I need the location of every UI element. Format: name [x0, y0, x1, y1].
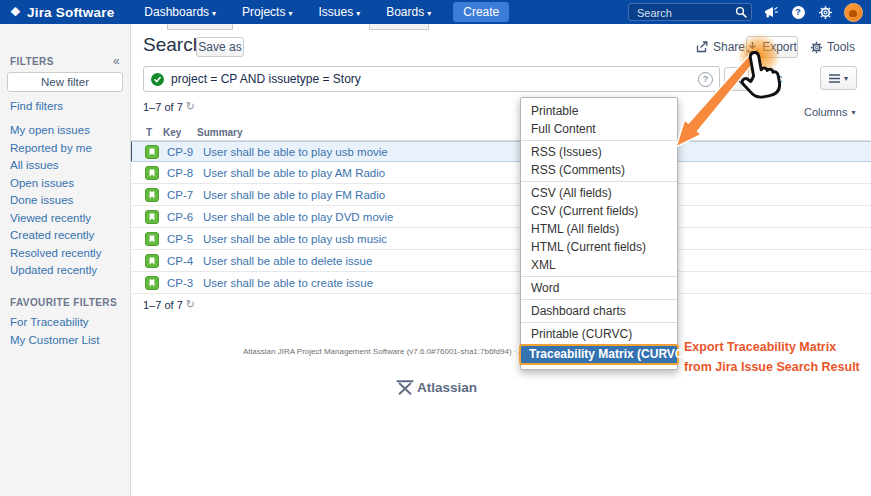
filters-header: FILTERS [10, 56, 54, 67]
valid-query-check-icon [151, 73, 164, 86]
menu-item-full-content[interactable]: Full Content [521, 120, 677, 138]
user-avatar[interactable] [844, 3, 863, 22]
menu-separator [521, 181, 677, 182]
jql-search-field[interactable]: project = CP AND issuetype = Story ? [143, 66, 720, 92]
find-filters-link[interactable]: Find filters [0, 98, 63, 116]
issue-summary[interactable]: User shall be able to play DVD movie [203, 211, 393, 223]
issue-summary[interactable]: User shall be able to delete issue [203, 255, 372, 267]
issue-row[interactable]: CP-9 User shall be able to play usb movi… [130, 141, 871, 162]
menu-item-html-all-fields[interactable]: HTML (All fields) [521, 220, 677, 238]
story-type-icon [145, 188, 159, 202]
jira-logo[interactable]: ❖ Jira Software [10, 5, 114, 20]
help-icon[interactable]: ? [790, 4, 806, 20]
menu-item-csv-all-fields[interactable]: CSV (All fields) [521, 184, 677, 202]
jql-help-icon[interactable]: ? [698, 72, 713, 87]
sidebar-item-my-open-issues[interactable]: My open issues [0, 122, 130, 140]
issue-key[interactable]: CP-4 [167, 255, 199, 267]
save-as-button[interactable]: Save as [196, 37, 244, 57]
global-search-input[interactable] [635, 4, 731, 22]
menu-item-xml[interactable]: XML [521, 256, 677, 274]
new-filter-button[interactable]: New filter [7, 72, 123, 92]
chevron-down-icon: ▾ [356, 9, 360, 18]
story-type-icon [145, 276, 159, 290]
jql-query-text: project = CP AND issuetype = Story [171, 72, 361, 86]
menu-item-traceability-matrix-curvc[interactable]: Traceability Matrix (CURVC) [519, 344, 679, 365]
refresh-icon[interactable]: ↻ [186, 100, 195, 113]
menu-separator [521, 299, 677, 300]
atlassian-logo-icon [396, 379, 414, 396]
navbar-menus: Dashboards▾ Projects▾ Issues▾ Boards▾ [144, 5, 431, 19]
chevron-down-icon: ▾ [288, 9, 292, 18]
sidebar-item-my-customer-list[interactable]: My Customer List [0, 332, 130, 350]
tools-button[interactable]: Tools [810, 40, 855, 54]
sidebar-item-reported-by-me[interactable]: Reported by me [0, 140, 130, 158]
share-icon [696, 41, 709, 53]
navbar-right: ? [628, 3, 863, 22]
sidebar-item-viewed-recently[interactable]: Viewed recently [0, 210, 130, 228]
announcements-icon[interactable] [763, 4, 779, 20]
story-type-icon [145, 254, 159, 268]
issue-summary[interactable]: User shall be able to play FM Radio [203, 189, 385, 201]
sidebar-item-for-traceability[interactable]: For Traceability [0, 314, 130, 332]
settings-gear-icon[interactable] [817, 4, 833, 20]
story-type-icon [145, 166, 159, 180]
menu-separator [521, 322, 677, 323]
run-search-button[interactable] [724, 67, 749, 91]
menu-item-html-current-fields[interactable]: HTML (Current fields) [521, 238, 677, 256]
issue-summary[interactable]: User shall be able to play usb movie [203, 146, 388, 158]
annotation-text: Export Traceability Matrix from Jira Iss… [684, 337, 860, 377]
cutoff-fragment [369, 24, 429, 30]
issue-summary[interactable]: User shall be able to create issue [203, 277, 373, 289]
menu-item-printable-curvc[interactable]: Printable (CURVC) [521, 325, 677, 343]
menu-item-dashboard-charts[interactable]: Dashboard charts [521, 302, 677, 320]
refresh-icon[interactable]: ↻ [186, 298, 195, 311]
sidebar-item-created-recently[interactable]: Created recently [0, 227, 130, 245]
menu-issues[interactable]: Issues▾ [318, 5, 360, 19]
menu-item-word[interactable]: Word [521, 279, 677, 297]
issue-key[interactable]: CP-3 [167, 277, 199, 289]
menu-item-rss-issues[interactable]: RSS (Issues) [521, 143, 677, 161]
issue-row[interactable]: CP-8 User shall be able to play AM Radio [130, 162, 871, 184]
menu-item-rss-comments[interactable]: RSS (Comments) [521, 161, 677, 179]
issue-key[interactable]: CP-6 [167, 211, 199, 223]
issue-key[interactable]: CP-5 [167, 233, 199, 245]
cutoff-fragment [167, 24, 233, 30]
create-button[interactable]: Create [453, 2, 509, 22]
collapse-sidebar-icon[interactable]: « [113, 54, 120, 68]
issue-row[interactable]: CP-6 User shall be able to play DVD movi… [130, 206, 871, 228]
sidebar-item-done-issues[interactable]: Done issues [0, 192, 130, 210]
menu-projects[interactable]: Projects▾ [242, 5, 292, 19]
sidebar-item-updated-recently[interactable]: Updated recently [0, 262, 130, 280]
issue-key[interactable]: CP-8 [167, 167, 199, 179]
export-button[interactable]: Export [746, 36, 798, 58]
sidebar-item-open-issues[interactable]: Open issues [0, 175, 130, 193]
basic-mode-link[interactable]: Basic [753, 72, 782, 86]
issue-row[interactable]: CP-5 User shall be able to play usb musi… [130, 228, 871, 250]
issue-row[interactable]: CP-4 User shall be able to delete issue [130, 250, 871, 272]
sidebar-item-all-issues[interactable]: All issues [0, 157, 130, 175]
share-button[interactable]: Share [696, 40, 745, 54]
issue-key[interactable]: CP-7 [167, 189, 199, 201]
menu-item-printable[interactable]: Printable [521, 102, 677, 120]
top-navbar: ❖ Jira Software Dashboards▾ Projects▾ Is… [0, 0, 871, 24]
menu-separator [521, 276, 677, 277]
issue-summary[interactable]: User shall be able to play AM Radio [203, 167, 385, 179]
menu-dashboards[interactable]: Dashboards▾ [144, 5, 216, 19]
results-count-top: 1–7 of 7 ↻ [143, 100, 195, 113]
table-header-row: T Key Summary [130, 122, 871, 141]
menu-separator [521, 140, 677, 141]
issue-key[interactable]: CP-9 [167, 146, 199, 158]
menu-boards[interactable]: Boards▾ [386, 5, 431, 19]
export-icon [747, 41, 758, 53]
issue-row[interactable]: CP-7 User shall be able to play FM Radio [130, 184, 871, 206]
sidebar-item-resolved-recently[interactable]: Resolved recently [0, 245, 130, 263]
column-header-type[interactable]: T [146, 127, 152, 138]
issue-row[interactable]: CP-3 User shall be able to create issue [130, 272, 871, 294]
search-options-button[interactable]: ▾ [820, 66, 857, 90]
column-header-summary[interactable]: Summary [197, 127, 243, 138]
menu-item-csv-current-fields[interactable]: CSV (Current fields) [521, 202, 677, 220]
column-header-key[interactable]: Key [163, 127, 181, 138]
search-icon[interactable] [735, 6, 747, 18]
issue-summary[interactable]: User shall be able to play usb music [203, 233, 387, 245]
columns-button[interactable]: Columns ▾ [804, 106, 855, 118]
